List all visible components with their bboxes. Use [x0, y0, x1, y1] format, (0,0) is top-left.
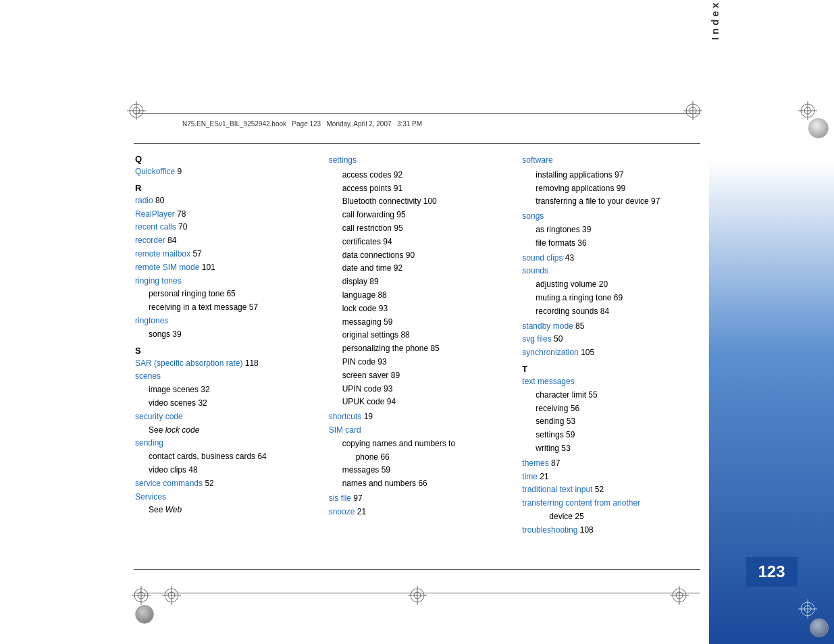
- entry-shortcuts: shortcuts 19: [329, 410, 513, 424]
- entry-sending: sending: [135, 437, 319, 450]
- entry-snooze: snooze 21: [329, 506, 513, 519]
- entry-see-web: See Web: [135, 504, 319, 517]
- letter-S: S: [135, 346, 319, 356]
- top-rule-outer: [134, 113, 700, 114]
- section-Q: Q Quickoffice 9: [135, 154, 319, 179]
- entry-sis-file: sis file 97: [329, 492, 513, 506]
- entry-video-clips-48: video clips 48: [135, 464, 319, 477]
- deco-circle-bottom-left: [135, 605, 154, 624]
- entry-recorder: recorder 84: [135, 234, 319, 248]
- section-S: S SAR (specific absorption rate) 118 sce…: [135, 346, 319, 518]
- deco-circle-sidebar-bottom: [810, 618, 829, 637]
- entry-ringtones: ringtones: [135, 315, 319, 328]
- entry-ringing-tones: ringing tones: [135, 275, 319, 288]
- entry-adjusting-volume: adjusting volume 20: [522, 278, 706, 292]
- letter-R: R: [135, 183, 319, 193]
- entry-traditional-text-input: traditional text input 52: [522, 483, 706, 497]
- crosshair-top-left: [127, 101, 146, 122]
- entry-text-messages: text messages: [522, 375, 706, 389]
- page-number: 123: [746, 557, 797, 587]
- entry-remote-mailbox: remote mailbox 57: [135, 248, 319, 261]
- entry-screen-saver: screen saver 89: [329, 369, 513, 383]
- entry-contact-cards: contact cards, business cards 64: [135, 450, 319, 464]
- entry-recent-calls: recent calls 70: [135, 221, 319, 234]
- entry-radio: radio 80: [135, 194, 319, 208]
- crosshair-top-right: [683, 101, 702, 122]
- crosshair-bottom-left2: [162, 586, 181, 607]
- entry-upuk-code: UPUK code 94: [329, 396, 513, 409]
- entry-see-lock-code: See lock code: [135, 424, 319, 437]
- crosshair-sidebar-bottom: [798, 599, 817, 620]
- entry-quickoffice: Quickoffice 9: [135, 165, 319, 179]
- entry-sound-clips: sound clips 43: [522, 252, 706, 265]
- entry-copying-names: copying names and numbers to: [329, 437, 513, 451]
- entry-display: display 89: [329, 275, 513, 289]
- entry-transferring-file: transferring a file to your device 97: [522, 195, 706, 209]
- entry-removing-apps: removing applications 99: [522, 182, 706, 196]
- bottom-rule-outer: [134, 569, 700, 570]
- crosshair-bottom-left: [132, 586, 151, 607]
- entry-phone-66: phone 66: [329, 451, 513, 464]
- entry-original-settings: original settings 88: [329, 329, 513, 342]
- entry-services: Services: [135, 491, 319, 504]
- entry-sar: SAR (specific absorption rate) 118: [135, 357, 319, 371]
- entry-video-scenes: video scenes 32: [135, 397, 319, 410]
- entry-data-connections: data connections 90: [329, 249, 513, 263]
- entry-character-limit: character limit 55: [522, 389, 706, 402]
- entry-messaging-59: messaging 59: [329, 316, 513, 329]
- column-3: software installing applications 97 remo…: [522, 154, 706, 576]
- entry-date-time: date and time 92: [329, 262, 513, 275]
- entry-certificates: certificates 94: [329, 236, 513, 249]
- entry-transferring-content: transferring content from another: [522, 497, 706, 510]
- entry-file-formats: file formats 36: [522, 237, 706, 250]
- entry-device-25: device 25: [522, 510, 706, 524]
- entry-security-code: security code: [135, 410, 319, 424]
- column-2: settings access codes 92 access points 9…: [329, 154, 523, 576]
- entry-as-ringtones: as ringtones 39: [522, 223, 706, 237]
- column-1: Q Quickoffice 9 R radio 80 RealPlayer 78…: [135, 154, 329, 576]
- entry-service-commands: service commands 52: [135, 477, 319, 491]
- letter-T: T: [522, 364, 706, 374]
- entry-songs-39: songs 39: [135, 328, 319, 342]
- entry-svg-files: svg files 50: [522, 333, 706, 346]
- entry-messages-59: messages 59: [329, 464, 513, 477]
- entry-software: software: [522, 154, 706, 167]
- entry-names-numbers-66: names and numbers 66: [329, 477, 513, 491]
- entry-songs: songs: [522, 210, 706, 223]
- entry-sim-card: SIM card: [329, 424, 513, 437]
- index-sidebar: Index 123: [709, 0, 834, 644]
- entry-pin-code: PIN code 93: [329, 356, 513, 369]
- entry-language: language 88: [329, 289, 513, 302]
- section-R: R radio 80 RealPlayer 78 recent calls 70…: [135, 183, 319, 342]
- entry-sending-53: sending 53: [522, 415, 706, 429]
- entry-access-points: access points 91: [329, 182, 513, 196]
- entry-personal-ringing-tone: personal ringing tone 65: [135, 288, 319, 301]
- entry-writing-53: writing 53: [522, 442, 706, 456]
- entry-installing-apps: installing applications 97: [522, 169, 706, 182]
- entry-muting-ringing-tone: muting a ringing tone 69: [522, 292, 706, 305]
- entry-recording-sounds: recording sounds 84: [522, 305, 706, 319]
- top-rule-inner: [134, 143, 700, 144]
- header-text: N75.EN_ESv1_BIL_9252942.book Page 123 Mo…: [182, 120, 422, 128]
- entry-sounds: sounds: [522, 265, 706, 278]
- index-label: Index: [709, 0, 727, 74]
- crosshair-bottom-right: [670, 586, 689, 607]
- deco-circle-sidebar-top: [808, 118, 829, 138]
- entry-settings-59: settings 59: [522, 429, 706, 442]
- entry-bluetooth-connectivity: Bluetooth connectivity 100: [329, 195, 513, 209]
- entry-themes: themes 87: [522, 457, 706, 471]
- entry-upin-code: UPIN code 93: [329, 383, 513, 396]
- main-content: Q Quickoffice 9 R radio 80 RealPlayer 78…: [135, 154, 706, 576]
- entry-settings: settings: [329, 154, 513, 167]
- entry-receiving-56: receiving 56: [522, 402, 706, 416]
- entry-realplayer: RealPlayer 78: [135, 208, 319, 221]
- entry-scenes: scenes: [135, 370, 319, 383]
- entry-receiving-text: receiving in a text message 57: [135, 301, 319, 315]
- entry-time: time 21: [522, 471, 706, 484]
- letter-Q: Q: [135, 154, 319, 164]
- entry-image-scenes: image scenes 32: [135, 383, 319, 397]
- entry-remote-sim-mode: remote SIM mode 101: [135, 261, 319, 275]
- entry-personalizing-phone: personalizing the phone 85: [329, 342, 513, 356]
- entry-troubleshooting: troubleshooting 108: [522, 524, 706, 537]
- entry-access-codes: access codes 92: [329, 169, 513, 182]
